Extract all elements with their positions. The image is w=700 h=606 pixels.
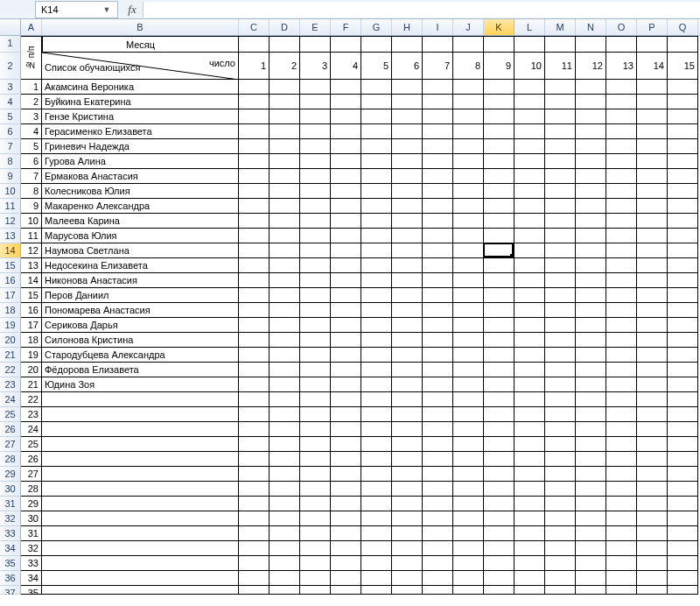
attendance-cell[interactable]: [637, 288, 668, 303]
attendance-cell[interactable]: [270, 586, 300, 595]
attendance-cell[interactable]: [392, 571, 423, 586]
attendance-cell[interactable]: [453, 199, 484, 214]
attendance-cell[interactable]: [300, 80, 331, 95]
attendance-cell[interactable]: [637, 318, 668, 333]
attendance-cell[interactable]: [484, 333, 514, 348]
attendance-cell[interactable]: [484, 95, 514, 109]
attendance-cell[interactable]: [300, 437, 331, 452]
attendance-cell[interactable]: [361, 214, 392, 229]
attendance-cell[interactable]: [361, 497, 392, 511]
attendance-cell[interactable]: [668, 571, 698, 586]
row-header-13[interactable]: 13: [0, 229, 21, 243]
attendance-cell[interactable]: [514, 526, 545, 541]
attendance-cell[interactable]: [423, 333, 453, 348]
student-name[interactable]: [42, 571, 239, 586]
attendance-cell[interactable]: [270, 154, 300, 169]
attendance-cell[interactable]: [637, 437, 668, 452]
attendance-cell[interactable]: [392, 511, 423, 526]
attendance-cell[interactable]: [331, 482, 361, 497]
row-header-26[interactable]: 26: [0, 422, 21, 437]
select-all-corner[interactable]: [0, 19, 21, 35]
attendance-cell[interactable]: [606, 273, 637, 288]
attendance-cell[interactable]: [239, 184, 270, 199]
attendance-cell[interactable]: [392, 124, 423, 139]
attendance-cell[interactable]: [239, 124, 270, 139]
attendance-cell[interactable]: [606, 154, 637, 169]
attendance-cell[interactable]: [331, 80, 361, 95]
attendance-cell[interactable]: [423, 229, 453, 243]
attendance-cell[interactable]: [361, 303, 392, 318]
attendance-cell[interactable]: [484, 184, 514, 199]
student-name[interactable]: Пономарева Анастасия: [42, 303, 239, 318]
attendance-cell[interactable]: [392, 467, 423, 482]
attendance-cell[interactable]: [514, 586, 545, 595]
row-header-15[interactable]: 15: [0, 258, 21, 273]
day-number-2[interactable]: 2: [270, 53, 300, 80]
attendance-cell[interactable]: [300, 482, 331, 497]
attendance-cell[interactable]: [637, 467, 668, 482]
attendance-cell[interactable]: [545, 467, 576, 482]
attendance-cell[interactable]: [484, 273, 514, 288]
attendance-cell[interactable]: [606, 467, 637, 482]
attendance-cell[interactable]: [668, 288, 698, 303]
day-header-top[interactable]: [545, 36, 576, 53]
attendance-cell[interactable]: [545, 511, 576, 526]
attendance-cell[interactable]: [576, 214, 606, 229]
attendance-cell[interactable]: [300, 258, 331, 273]
attendance-cell[interactable]: [270, 214, 300, 229]
attendance-cell[interactable]: [637, 377, 668, 392]
attendance-cell[interactable]: [453, 392, 484, 407]
row-header-35[interactable]: 35: [0, 556, 21, 571]
attendance-cell[interactable]: [392, 273, 423, 288]
attendance-cell[interactable]: [606, 184, 637, 199]
attendance-cell[interactable]: [606, 407, 637, 422]
attendance-cell[interactable]: [300, 363, 331, 377]
attendance-cell[interactable]: [668, 392, 698, 407]
student-number[interactable]: 31: [21, 526, 42, 541]
attendance-cell[interactable]: [239, 243, 270, 258]
day-header-top[interactable]: [606, 36, 637, 53]
attendance-cell[interactable]: [361, 184, 392, 199]
column-header-K[interactable]: K: [484, 19, 514, 35]
attendance-cell[interactable]: [576, 422, 606, 437]
attendance-cell[interactable]: [239, 497, 270, 511]
row-header-21[interactable]: 21: [0, 348, 21, 363]
student-name[interactable]: [42, 452, 239, 467]
attendance-cell[interactable]: [300, 511, 331, 526]
attendance-cell[interactable]: [239, 467, 270, 482]
attendance-cell[interactable]: [300, 333, 331, 348]
attendance-cell[interactable]: [331, 243, 361, 258]
attendance-cell[interactable]: [545, 109, 576, 124]
attendance-cell[interactable]: [606, 571, 637, 586]
attendance-cell[interactable]: [576, 109, 606, 124]
attendance-cell[interactable]: [514, 184, 545, 199]
attendance-cell[interactable]: [392, 392, 423, 407]
name-box[interactable]: K14 ▼: [35, 1, 118, 18]
attendance-cell[interactable]: [270, 318, 300, 333]
row-header-34[interactable]: 34: [0, 541, 21, 556]
attendance-cell[interactable]: [484, 467, 514, 482]
attendance-cell[interactable]: [484, 229, 514, 243]
attendance-cell[interactable]: [545, 80, 576, 95]
attendance-cell[interactable]: [239, 363, 270, 377]
attendance-cell[interactable]: [361, 511, 392, 526]
attendance-cell[interactable]: [606, 452, 637, 467]
student-name[interactable]: [42, 392, 239, 407]
attendance-cell[interactable]: [576, 407, 606, 422]
attendance-cell[interactable]: [606, 288, 637, 303]
student-name[interactable]: Фёдорова Елизавета: [42, 363, 239, 377]
attendance-cell[interactable]: [606, 169, 637, 184]
attendance-cell[interactable]: [668, 497, 698, 511]
column-header-M[interactable]: M: [545, 19, 576, 35]
attendance-cell[interactable]: [514, 497, 545, 511]
attendance-cell[interactable]: [423, 586, 453, 595]
attendance-cell[interactable]: [453, 154, 484, 169]
attendance-cell[interactable]: [668, 526, 698, 541]
student-number[interactable]: 17: [21, 318, 42, 333]
attendance-cell[interactable]: [576, 541, 606, 556]
attendance-cell[interactable]: [423, 80, 453, 95]
attendance-cell[interactable]: [606, 377, 637, 392]
student-name[interactable]: Силонова Кристина: [42, 333, 239, 348]
attendance-cell[interactable]: [361, 467, 392, 482]
attendance-cell[interactable]: [331, 184, 361, 199]
